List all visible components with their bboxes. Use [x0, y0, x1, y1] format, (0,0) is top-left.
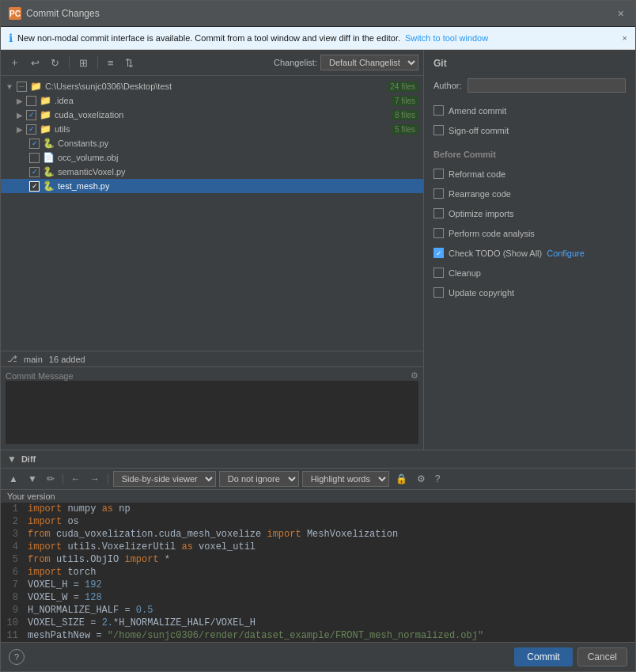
- toolbar-separator-1: [69, 56, 70, 69]
- tree-item-label-idea: .idea: [55, 96, 74, 105]
- switch-to-tool-window-link[interactable]: Switch to tool window: [405, 33, 488, 43]
- file-status-bar: ⎇ main 16 added: [1, 351, 423, 366]
- checkbox-testmesh[interactable]: ✓: [29, 181, 40, 192]
- ignore-select[interactable]: Do not ignore: [219, 471, 299, 487]
- amend-checkbox[interactable]: [433, 105, 444, 116]
- commit-message-section: Commit Message ⚙: [1, 366, 423, 450]
- code-line-2: 2 import os: [1, 515, 635, 528]
- check-todo-checkbox[interactable]: ✓: [433, 248, 444, 258]
- undo-button[interactable]: ↩: [27, 55, 44, 71]
- commit-message-label: Commit Message ⚙: [6, 370, 418, 381]
- refresh-button[interactable]: ↻: [47, 55, 63, 71]
- changelist-label: Changelist:: [274, 58, 317, 67]
- commit-message-input[interactable]: [6, 381, 418, 444]
- group-button[interactable]: ⊞: [75, 55, 92, 71]
- prev-change-button[interactable]: ←: [68, 472, 84, 486]
- signoff-checkbox[interactable]: [433, 125, 444, 135]
- tree-item-label-utils: utils: [55, 124, 70, 134]
- diff-version-label: Your version: [1, 490, 635, 503]
- before-commit-divider: Before Commit: [433, 150, 626, 159]
- checkbox-idea[interactable]: [26, 96, 36, 106]
- update-copyright-label: Update copyright: [449, 288, 514, 298]
- code-line-9: 9 H_NORMALIZE_HALF = 0.5: [1, 604, 635, 617]
- scroll-up-button[interactable]: ▲: [6, 472, 21, 486]
- tree-item-label: C:\Users\sunjc0306\Desktop\test: [45, 82, 172, 91]
- optimize-checkbox[interactable]: [433, 208, 444, 218]
- scroll-down-button[interactable]: ▼: [25, 472, 40, 486]
- code-analysis-row: Perform code analysis: [433, 228, 626, 238]
- diff-header: ▼ Diff: [1, 450, 635, 469]
- amend-label: Amend commit: [449, 106, 506, 116]
- tree-item-semantic[interactable]: ✓ 🐍 semanticVoxel.py: [1, 165, 423, 179]
- add-file-button[interactable]: ＋: [6, 53, 24, 72]
- help-diff-button[interactable]: ?: [432, 472, 444, 486]
- reformat-checkbox[interactable]: [433, 169, 444, 179]
- right-panel: Git Author: Amend commit Sign-off commit…: [424, 50, 635, 450]
- code-line-4: 4 import utils.VoxelizerUtil as voxel_ut…: [1, 541, 635, 553]
- tree-item-idea[interactable]: ▶ 📁 .idea 7 files: [1, 93, 423, 108]
- next-change-button[interactable]: →: [87, 472, 103, 486]
- git-badge-utils: 5 files: [392, 124, 418, 135]
- cleanup-label: Cleanup: [449, 268, 481, 278]
- file-tree-toolbar: ＋ ↩ ↻ ⊞ ≡ ⇅ Changelist: Default Changeli…: [1, 50, 423, 76]
- tree-item-obj[interactable]: 📄 occ_volume.obj: [1, 150, 423, 165]
- author-input[interactable]: [468, 78, 626, 93]
- tree-item-testmesh[interactable]: ✓ 🐍 test_mesh.py: [1, 179, 423, 193]
- added-count: 16 added: [49, 355, 85, 364]
- check-todo-label: Check TODO (Show All): [449, 249, 542, 258]
- checkbox-constants[interactable]: ✓: [29, 139, 40, 149]
- code-analysis-label: Perform code analysis: [449, 229, 535, 238]
- settings-button[interactable]: ⚙: [414, 472, 429, 486]
- commit-button[interactable]: Commit: [514, 647, 572, 666]
- configure-link[interactable]: Configure: [547, 249, 585, 258]
- code-area[interactable]: 1 import numpy as np 2 import os 3 from …: [1, 503, 635, 642]
- bottom-bar: ? Commit Cancel: [1, 642, 635, 671]
- changelist-select[interactable]: Default Changelist: [320, 55, 418, 70]
- tree-item-label-testmesh: test_mesh.py: [58, 181, 109, 191]
- tree-item-label-semantic: semanticVoxel.py: [58, 167, 126, 177]
- highlight-select[interactable]: Highlight words: [302, 471, 389, 487]
- expand-arrow: ▼: [6, 82, 13, 91]
- diff-title: Diff: [21, 454, 36, 464]
- code-line-8: 8 VOXEL_W = 128: [1, 591, 635, 604]
- tree-item-cuda[interactable]: ▶ ✓ 📁 cuda_voxelization 8 files: [1, 108, 423, 122]
- checkbox-cuda[interactable]: ✓: [26, 110, 36, 120]
- info-bar: ℹ New non-modal commit interface is avai…: [1, 27, 635, 50]
- title-bar: PC Commit Changes ×: [1, 1, 635, 27]
- checkbox-utils[interactable]: ✓: [26, 124, 36, 135]
- code-analysis-checkbox[interactable]: [433, 228, 444, 238]
- edit-diff-button[interactable]: ✏: [44, 472, 58, 486]
- sort-button[interactable]: ≡: [104, 55, 118, 71]
- diff-collapse-arrow[interactable]: ▼: [7, 454, 17, 465]
- checkbox-semantic[interactable]: ✓: [29, 167, 40, 177]
- branch-name: main: [24, 355, 43, 364]
- update-copyright-checkbox[interactable]: [433, 287, 444, 298]
- toolbar-separator-2: [97, 56, 98, 69]
- tree-item-utils[interactable]: ▶ ✓ 📁 utils 5 files: [1, 122, 423, 136]
- checkbox-obj[interactable]: [29, 153, 40, 163]
- diff-toolbar: ▲ ▼ ✏ ← → Side-by-side viewer Do not ign…: [1, 469, 635, 490]
- tree-item-root[interactable]: ▼ ─ 📁 C:\Users\sunjc0306\Desktop\test 24…: [1, 79, 423, 93]
- filter-button[interactable]: ⇅: [121, 55, 138, 71]
- dialog-title: Commit Changes: [26, 8, 100, 19]
- reformat-row: Reformat code: [433, 169, 626, 179]
- tree-item-label-cuda: cuda_voxelization: [55, 110, 123, 120]
- optimize-row: Optimize imports: [433, 208, 626, 218]
- close-button[interactable]: ×: [615, 6, 627, 21]
- info-bar-close-button[interactable]: ×: [623, 33, 627, 43]
- left-panel: ＋ ↩ ↻ ⊞ ≡ ⇅ Changelist: Default Changeli…: [1, 50, 424, 450]
- tree-item-constants[interactable]: ✓ 🐍 Constants.py: [1, 136, 423, 150]
- commit-msg-options-icon[interactable]: ⚙: [411, 370, 418, 381]
- checkbox-root[interactable]: ─: [17, 82, 27, 92]
- check-todo-row: ✓ Check TODO (Show All) Configure: [433, 248, 626, 258]
- lock-button[interactable]: 🔒: [392, 472, 411, 486]
- py-icon-testmesh: 🐍: [43, 180, 55, 192]
- cleanup-checkbox[interactable]: [433, 268, 444, 278]
- code-line-11: 11 meshPathNew = "/home/sunjc0306/render…: [1, 629, 635, 642]
- info-message: New non-modal commit interface is availa…: [17, 33, 400, 43]
- help-button[interactable]: ?: [9, 649, 25, 665]
- rearrange-checkbox[interactable]: [433, 188, 444, 199]
- branch-icon: ⎇: [7, 354, 17, 364]
- viewer-select[interactable]: Side-by-side viewer: [113, 471, 216, 487]
- cancel-button[interactable]: Cancel: [577, 647, 627, 666]
